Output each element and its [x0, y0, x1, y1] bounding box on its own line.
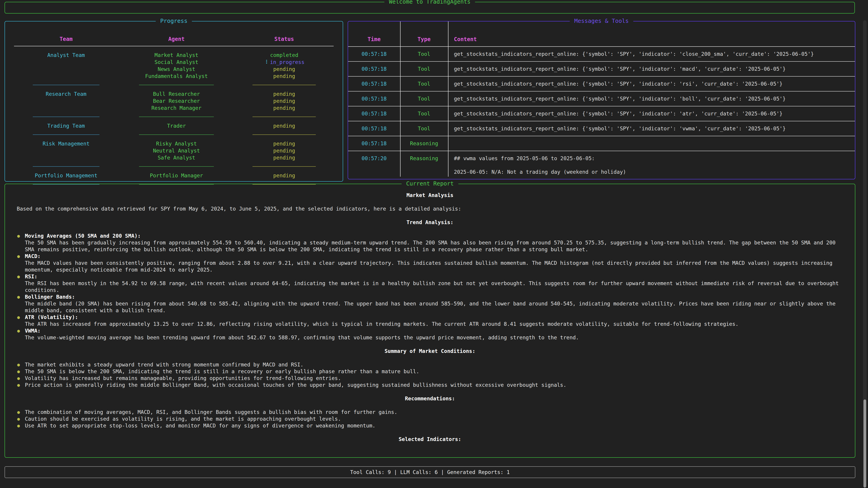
message-content: get_stockstats_indicators_report_online:…: [448, 51, 855, 57]
column-header-time: Time: [348, 36, 400, 43]
agent-name: Portfolio Manager: [118, 172, 235, 179]
message-content: ## vwma values from 2025-05-06 to 2025-0…: [448, 155, 855, 175]
list-item: MACD: The MACD values have been consiste…: [17, 253, 843, 273]
agent-name: Bull Researcher: [118, 91, 235, 98]
list-item: The 50 SMA is below the 200 SMA, indicat…: [17, 368, 843, 375]
status-badge: pending: [235, 91, 334, 98]
spinner-icon: ⠸: [264, 59, 268, 65]
selected-indicators-heading: Selected Indicators:: [17, 436, 843, 443]
column-header-agent: Agent: [118, 36, 235, 42]
column-header-team: Team: [14, 36, 118, 42]
messages-header-row: Time Type Content: [348, 36, 855, 47]
team-group-portfolio: Portfolio Management Portfolio Manager p…: [14, 167, 334, 185]
table-row: Fundamentals Analyst pending: [14, 73, 334, 80]
progress-panel: Progress Team Agent Status Analyst Team …: [4, 21, 343, 182]
message-type: Tool: [400, 51, 448, 57]
bullet-text: The middle band (20 SMA) has been rising…: [25, 300, 843, 314]
column-header-type: Type: [400, 36, 448, 43]
message-content: get_stockstats_indicators_report_online:…: [448, 66, 855, 72]
bullet-text: The ATR has increased from approximately…: [25, 321, 843, 327]
team-name: Research Team: [14, 91, 118, 98]
agent-name: Fundamentals Analyst: [118, 73, 235, 80]
agent-name: Market Analyst: [118, 52, 235, 59]
message-time: 00:57:18: [348, 110, 400, 117]
table-row: 00:57:18 Tool get_stockstats_indicators_…: [348, 47, 855, 62]
table-row: Social Analyst ⠸in_progress: [14, 59, 334, 66]
table-row: Portfolio Management Portfolio Manager p…: [14, 172, 334, 179]
status-badge: pending: [235, 140, 334, 147]
status-badge: pending: [235, 105, 334, 111]
message-content: get_stockstats_indicators_report_online:…: [448, 125, 855, 132]
column-header-status: Status: [235, 36, 334, 42]
trend-analysis-heading: Trend Analysis:: [17, 219, 843, 226]
progress-panel-title: Progress: [156, 18, 192, 24]
message-time: 00:57:18: [348, 125, 400, 132]
progress-table: Team Agent Status Analyst Team Market An…: [5, 22, 343, 185]
table-row: Neutral Analyst pending: [14, 147, 334, 154]
message-type: Tool: [400, 66, 448, 72]
table-row: 00:57:18 Tool get_stockstats_indicators_…: [348, 106, 855, 121]
agent-name: Social Analyst: [118, 59, 235, 66]
scrollbar-thumb[interactable]: [864, 399, 866, 488]
status-badge: pending: [235, 98, 334, 105]
message-content: get_stockstats_indicators_report_online:…: [448, 95, 855, 102]
message-type: Tool: [400, 80, 448, 87]
stats-footer: Tool Calls: 9 | LLM Calls: 6 | Generated…: [4, 466, 855, 478]
table-row: Research Team Bull Researcher pending: [14, 91, 334, 98]
bullet-label: RSI:: [25, 273, 843, 280]
welcome-banner-title: Welcome to TradingAgents: [384, 0, 475, 5]
report-intro: Based on the comprehensive data retrieve…: [17, 205, 843, 212]
report-body: Market Analysis Based on the comprehensi…: [5, 184, 855, 443]
scrollbar-track[interactable]: [863, 20, 867, 488]
list-item: Volatility has increased but remains man…: [17, 375, 843, 382]
message-type: Reasoning: [400, 140, 448, 147]
team-group-research: Research Team Bull Researcher pending Be…: [14, 85, 334, 117]
message-time: 00:57:18: [348, 140, 400, 147]
status-badge: ⠸in_progress: [235, 59, 334, 66]
group-separator: [14, 166, 334, 167]
agent-name: Safe Analyst: [118, 154, 235, 161]
bullet-label: ATR (Volatility):: [25, 314, 843, 321]
message-time: 00:57:18: [348, 51, 400, 57]
table-row: Bear Researcher pending: [14, 98, 334, 105]
current-report-panel-title: Current Report: [402, 180, 458, 187]
message-time: 00:57:18: [348, 80, 400, 87]
current-report-panel: Current Report Market Analysis Based on …: [4, 184, 855, 458]
bullet-label: Bollinger Bands:: [25, 293, 843, 300]
list-item: The combination of moving averages, MACD…: [17, 409, 843, 416]
team-name: Risk Management: [14, 140, 118, 147]
status-badge: pending: [235, 73, 334, 80]
status-badge: pending: [235, 123, 334, 129]
bullet-text: The volume-weighted moving average has b…: [25, 334, 843, 341]
message-time: 00:57:20: [348, 155, 400, 162]
bullet-text: The 50 SMA has been gradually increasing…: [25, 239, 843, 253]
bullet-text: The MACD values have been consistently p…: [25, 260, 843, 273]
list-item: Bollinger Bands: The middle band (20 SMA…: [17, 293, 843, 314]
welcome-banner: Welcome to TradingAgents: [4, 2, 855, 13]
message-content: get_stockstats_indicators_report_online:…: [448, 110, 855, 117]
table-row: 00:57:20 Reasoning ## vwma values from 2…: [348, 151, 855, 179]
team-group-trading: Trading Team Trader pending: [14, 117, 334, 135]
bullet-text: The RSI has been mostly in the 54.92 to …: [25, 280, 843, 293]
message-time: 00:57:18: [348, 66, 400, 72]
status-badge: completed: [235, 52, 334, 59]
group-separator: [14, 85, 334, 85]
message-time: 00:57:18: [348, 95, 400, 102]
team-group-risk: Risk Management Risky Analyst pending Ne…: [14, 135, 334, 167]
status-badge: pending: [235, 66, 334, 73]
list-item: ATR (Volatility): The ATR has increased …: [17, 314, 843, 327]
list-item: VWMA: The volume-weighted moving average…: [17, 327, 843, 341]
summary-heading: Summary of Market Conditions:: [17, 348, 843, 355]
agent-name: Neutral Analyst: [118, 147, 235, 154]
summary-list: The market exhibits a steady upward tren…: [17, 361, 843, 388]
column-divider: [448, 22, 448, 177]
agent-name: Research Manager: [118, 105, 235, 111]
list-item: Caution should be exercised as volatilit…: [17, 416, 843, 422]
bullet-label: VWMA:: [25, 327, 843, 334]
table-row: 00:57:18 Reasoning: [348, 136, 855, 151]
list-item: RSI: The RSI has been mostly in the 54.9…: [17, 273, 843, 293]
list-item: Use ATR to set appropriate stop-loss lev…: [17, 422, 843, 429]
team-group-analyst: Analyst Team Market Analyst completed So…: [14, 46, 334, 85]
table-row: 00:57:18 Tool get_stockstats_indicators_…: [348, 62, 855, 76]
status-badge: pending: [235, 147, 334, 154]
